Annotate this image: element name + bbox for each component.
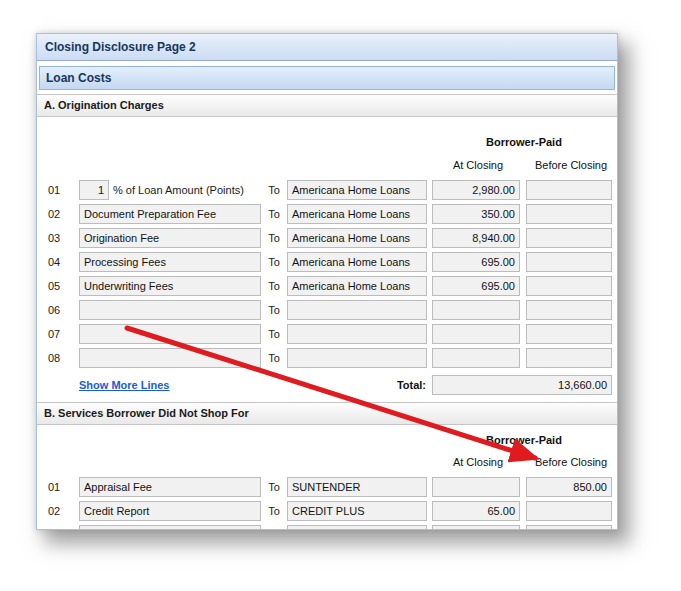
before-closing-input[interactable] — [526, 204, 612, 224]
at-closing-column-header-b: At Closing — [434, 456, 522, 470]
before-closing-column-header-a: Before Closing — [528, 159, 614, 173]
borrower-paid-header-b: Borrower-Paid — [434, 434, 614, 448]
section-a-rows: 01 1 % of Loan Amount (Points) To Americ… — [37, 178, 617, 370]
fee-description-input[interactable]: Processing Fees — [79, 252, 261, 272]
at-closing-input[interactable] — [432, 324, 520, 344]
table-row: 03 Origination Fee To Americana Home Loa… — [37, 226, 617, 250]
at-closing-column-header-a: At Closing — [434, 159, 522, 173]
before-closing-input[interactable] — [526, 501, 612, 521]
table-row: 03 To — [37, 523, 617, 530]
borrower-paid-header-a: Borrower-Paid — [434, 136, 614, 150]
line-number: 02 — [37, 208, 79, 220]
before-closing-input[interactable] — [526, 228, 612, 248]
line-number: 01 — [37, 481, 79, 493]
at-closing-input[interactable] — [432, 525, 520, 530]
before-closing-input[interactable] — [526, 252, 612, 272]
to-label: To — [261, 328, 287, 340]
at-closing-input[interactable]: 65.00 — [432, 501, 520, 521]
section-a-header: A. Origination Charges — [37, 94, 617, 117]
closing-disclosure-panel: Closing Disclosure Page 2 Loan Costs A. … — [36, 33, 618, 530]
payee-input[interactable]: Americana Home Loans — [287, 252, 427, 272]
table-row: 02 Document Preparation Fee To Americana… — [37, 202, 617, 226]
payee-input[interactable] — [287, 525, 427, 530]
before-closing-input[interactable] — [526, 324, 612, 344]
table-row: 01 Appraisal Fee To SUNTENDER 850.00 — [37, 475, 617, 499]
fee-description-input[interactable]: Appraisal Fee — [79, 477, 261, 497]
loan-costs-header: Loan Costs — [39, 66, 615, 90]
line-number: 01 — [37, 184, 79, 196]
fee-description-input[interactable]: Underwriting Fees — [79, 276, 261, 296]
section-b-rows: 01 Appraisal Fee To SUNTENDER 850.00 02 … — [37, 475, 617, 530]
at-closing-input[interactable]: 350.00 — [432, 204, 520, 224]
line-number: 05 — [37, 280, 79, 292]
section-b-header: B. Services Borrower Did Not Shop For — [37, 402, 617, 425]
before-closing-input[interactable] — [526, 180, 612, 200]
table-row: 04 Processing Fees To Americana Home Loa… — [37, 250, 617, 274]
payee-input[interactable] — [287, 324, 427, 344]
payee-input[interactable]: Americana Home Loans — [287, 276, 427, 296]
screenshot-stage: Closing Disclosure Page 2 Loan Costs A. … — [0, 0, 681, 591]
at-closing-input[interactable]: 695.00 — [432, 276, 520, 296]
before-closing-input[interactable] — [526, 348, 612, 368]
at-closing-input[interactable]: 695.00 — [432, 252, 520, 272]
to-label: To — [261, 529, 287, 530]
table-row: 05 Underwriting Fees To Americana Home L… — [37, 274, 617, 298]
table-row: 02 Credit Report To CREDIT PLUS 65.00 — [37, 499, 617, 523]
table-row: 08 To — [37, 346, 617, 370]
at-closing-input[interactable] — [432, 477, 520, 497]
fee-description-input[interactable] — [79, 324, 261, 344]
points-input[interactable]: 1 — [79, 180, 109, 200]
to-label: To — [261, 232, 287, 244]
payee-input[interactable]: Americana Home Loans — [287, 228, 427, 248]
before-closing-input[interactable]: 850.00 — [526, 477, 612, 497]
to-label: To — [261, 256, 287, 268]
show-more-lines-link[interactable]: Show More Lines — [79, 379, 169, 391]
fee-description-input[interactable]: Origination Fee — [79, 228, 261, 248]
line-number: 02 — [37, 505, 79, 517]
before-closing-input[interactable] — [526, 276, 612, 296]
section-a-footer: Show More Lines Total: 13,660.00 — [37, 372, 617, 398]
to-label: To — [261, 481, 287, 493]
table-row: 01 1 % of Loan Amount (Points) To Americ… — [37, 178, 617, 202]
page-title: Closing Disclosure Page 2 — [37, 34, 617, 61]
table-row: 06 To — [37, 298, 617, 322]
to-label: To — [261, 184, 287, 196]
before-closing-input[interactable] — [526, 525, 612, 530]
at-closing-input[interactable]: 8,940.00 — [432, 228, 520, 248]
payee-input[interactable] — [287, 300, 427, 320]
fee-description-input[interactable]: Document Preparation Fee — [79, 204, 261, 224]
fee-description-input[interactable] — [79, 525, 261, 530]
at-closing-input[interactable] — [432, 300, 520, 320]
payee-input[interactable]: Americana Home Loans — [287, 180, 427, 200]
payee-input[interactable]: SUNTENDER — [287, 477, 427, 497]
line-number: 08 — [37, 352, 79, 364]
line-number: 06 — [37, 304, 79, 316]
table-row: 07 To — [37, 322, 617, 346]
payee-input[interactable]: CREDIT PLUS — [287, 501, 427, 521]
to-label: To — [261, 304, 287, 316]
fee-description-input[interactable] — [79, 300, 261, 320]
fee-description-input[interactable] — [79, 348, 261, 368]
payee-input[interactable]: Americana Home Loans — [287, 204, 427, 224]
before-closing-column-header-b: Before Closing — [528, 456, 614, 470]
fee-description-input[interactable]: Credit Report — [79, 501, 261, 521]
before-closing-input[interactable] — [526, 300, 612, 320]
points-label: % of Loan Amount (Points) — [113, 184, 244, 196]
total-value: 13,660.00 — [432, 375, 612, 395]
to-label: To — [261, 280, 287, 292]
to-label: To — [261, 208, 287, 220]
line-number: 03 — [37, 529, 79, 530]
payee-input[interactable] — [287, 348, 427, 368]
to-label: To — [261, 505, 287, 517]
line-number: 03 — [37, 232, 79, 244]
line-number: 04 — [37, 256, 79, 268]
at-closing-input[interactable]: 2,980.00 — [432, 180, 520, 200]
to-label: To — [261, 352, 287, 364]
at-closing-input[interactable] — [432, 348, 520, 368]
line-number: 07 — [37, 328, 79, 340]
total-label: Total: — [397, 379, 426, 391]
